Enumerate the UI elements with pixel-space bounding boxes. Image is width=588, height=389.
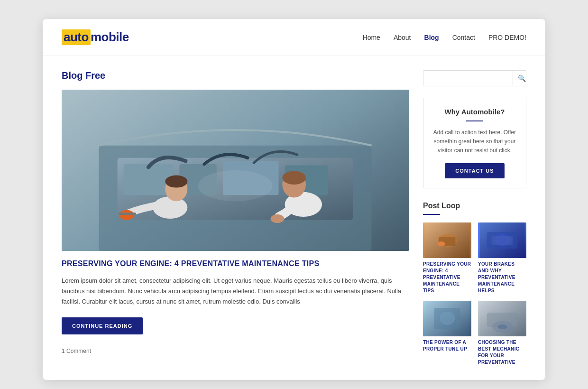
cta-divider: [466, 120, 483, 121]
svg-point-31: [498, 324, 507, 329]
svg-point-16: [198, 170, 273, 201]
post-loop-label-1: PRESERVING YOUR ENGINE: 4 PREVENTATIVE M…: [423, 261, 471, 294]
search-button[interactable]: 🔍: [513, 71, 526, 86]
svg-point-20: [438, 241, 445, 246]
post-loop-label-3: THE POWER OF A PROPER TUNE UP: [423, 339, 471, 352]
post-thumb-2: [478, 222, 526, 258]
blog-title: Blog Free: [62, 70, 409, 81]
main-content: Blog Free: [62, 70, 409, 354]
site-logo[interactable]: automobile: [62, 29, 129, 45]
post-loop-item-3[interactable]: THE POWER OF A PROPER TUNE UP: [423, 301, 471, 366]
svg-point-9: [165, 175, 187, 187]
post-loop-grid: PRESERVING YOUR ENGINE: 4 PREVENTATIVE M…: [423, 222, 526, 366]
svg-point-27: [440, 312, 455, 325]
post-thumb-4: [478, 301, 526, 336]
featured-image: [62, 90, 409, 251]
nav-pro-demo[interactable]: PRO DEMO!: [488, 34, 526, 41]
svg-point-15: [271, 214, 285, 223]
cta-text: Add call to action text here. Offer some…: [431, 128, 518, 156]
continue-reading-button[interactable]: CONTINUE READING: [62, 317, 143, 334]
sidebar: 🔍 Why Automobile? Add call to action tex…: [423, 70, 526, 366]
post-loop-label-2: YOUR BRAKES AND WHY PREVENTATIVE MAINTEN…: [478, 261, 526, 294]
nav-home[interactable]: Home: [363, 34, 380, 41]
nav-contact[interactable]: Contact: [452, 34, 475, 41]
post-loop-label-4: CHOOSING THE BEST MECHANIC FOR YOUR PREV…: [478, 339, 526, 366]
site-header: automobile Home About Blog Contact PRO D…: [43, 19, 545, 56]
comment-count: 1 Comment: [62, 348, 409, 354]
article-body: Lorem ipsum dolor sit amet, consectetur …: [62, 276, 409, 307]
nav-about[interactable]: About: [394, 34, 411, 41]
search-input[interactable]: [423, 71, 513, 86]
post-loop-divider: [423, 214, 440, 215]
post-thumb-3: [423, 301, 471, 336]
logo-mobile: mobile: [91, 30, 129, 45]
main-nav: Home About Blog Contact PRO DEMO!: [363, 34, 526, 41]
nav-blog[interactable]: Blog: [424, 34, 439, 41]
svg-point-10: [119, 210, 134, 220]
post-thumb-1: [423, 222, 471, 258]
cta-title: Why Automobile?: [431, 108, 518, 116]
logo-auto: auto: [62, 29, 91, 45]
svg-rect-11: [119, 213, 136, 215]
post-loop-item-1[interactable]: PRESERVING YOUR ENGINE: 4 PREVENTATIVE M…: [423, 222, 471, 294]
post-loop-item-4[interactable]: CHOOSING THE BEST MECHANIC FOR YOUR PREV…: [478, 301, 526, 366]
post-loop-section: Post Loop: [423, 202, 526, 366]
svg-point-14: [282, 171, 306, 185]
site-main: Blog Free: [43, 56, 545, 380]
cta-box: Why Automobile? Add call to action text …: [423, 98, 526, 188]
post-loop-item-2[interactable]: YOUR BRAKES AND WHY PREVENTATIVE MAINTEN…: [478, 222, 526, 294]
article-heading: PRESERVING YOUR ENGINE: 4 PREVENTATIVE M…: [62, 259, 409, 268]
search-bar: 🔍: [423, 70, 526, 86]
svg-rect-24: [492, 236, 513, 245]
browser-card: automobile Home About Blog Contact PRO D…: [43, 19, 545, 380]
contact-us-button[interactable]: CONTACT US: [445, 163, 504, 178]
post-loop-title: Post Loop: [423, 202, 526, 210]
